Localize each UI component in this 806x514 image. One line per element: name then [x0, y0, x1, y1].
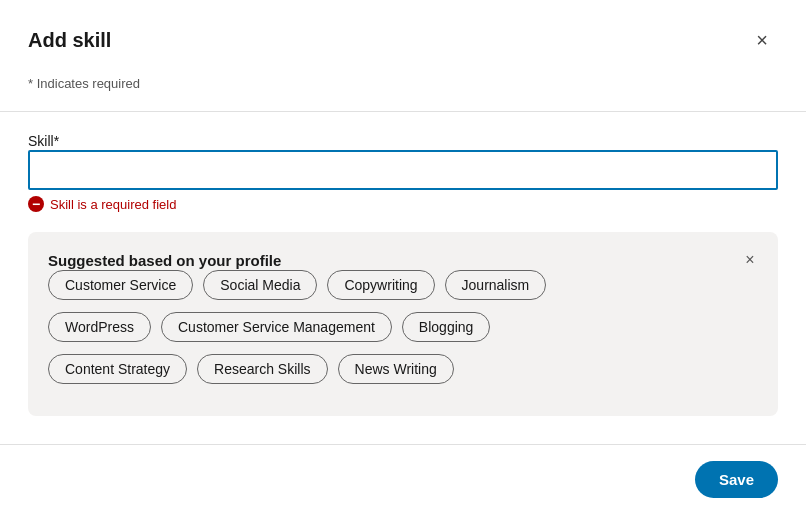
header-divider: [0, 111, 806, 112]
modal-footer: Save: [0, 444, 806, 514]
modal-close-button[interactable]: ×: [746, 24, 778, 56]
chip-customer-service[interactable]: Customer Service: [48, 270, 193, 300]
chip-blogging[interactable]: Blogging: [402, 312, 491, 342]
chip-social-media[interactable]: Social Media: [203, 270, 317, 300]
required-note: * Indicates required: [28, 76, 778, 91]
chip-customer-service-management[interactable]: Customer Service Management: [161, 312, 392, 342]
required-marker: *: [54, 133, 59, 149]
error-text: Skill is a required field: [50, 197, 176, 212]
suggestions-row-2: WordPress Customer Service Management Bl…: [48, 312, 758, 342]
skill-field-group: Skill* Skill is a required field: [28, 132, 778, 212]
suggestions-row-1: Customer Service Social Media Copywritin…: [48, 270, 758, 300]
chip-research-skills[interactable]: Research Skills: [197, 354, 327, 384]
suggestions-close-button[interactable]: ×: [738, 248, 762, 272]
add-skill-modal: Add skill × * Indicates required Skill* …: [0, 0, 806, 514]
skill-error: Skill is a required field: [28, 196, 778, 212]
chip-news-writing[interactable]: News Writing: [338, 354, 454, 384]
chip-wordpress[interactable]: WordPress: [48, 312, 151, 342]
skill-label: Skill*: [28, 133, 59, 149]
error-icon: [28, 196, 44, 212]
suggestions-row-3: Content Strategy Research Skills News Wr…: [48, 354, 758, 384]
suggestions-title: Suggested based on your profile: [48, 252, 281, 269]
modal-title: Add skill: [28, 29, 111, 52]
skill-input[interactable]: [28, 150, 778, 190]
save-button[interactable]: Save: [695, 461, 778, 498]
chip-content-strategy[interactable]: Content Strategy: [48, 354, 187, 384]
chip-copywriting[interactable]: Copywriting: [327, 270, 434, 300]
chip-journalism[interactable]: Journalism: [445, 270, 547, 300]
suggestions-box: Suggested based on your profile × Custom…: [28, 232, 778, 416]
modal-header: Add skill ×: [28, 24, 778, 56]
